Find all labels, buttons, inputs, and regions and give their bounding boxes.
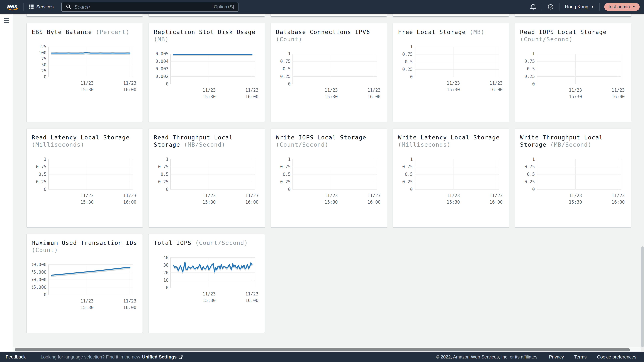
x-axis-tick-label: 15:30 <box>325 200 338 205</box>
bell-icon <box>530 3 537 10</box>
x-axis-tick-label: 11/23 <box>612 193 625 198</box>
vertical-scrollbar-thumb[interactable] <box>641 246 644 347</box>
y-axis-tick-label: 0 <box>44 74 46 79</box>
navbar-divider <box>24 3 24 10</box>
metric-chart-card[interactable]: Free Local Storage (MB)10.750.50.25011/2… <box>393 23 509 122</box>
help-icon: ? <box>547 3 554 10</box>
x-axis-tick-label: 15:30 <box>569 200 582 205</box>
y-axis-tick-label: 0.25 <box>524 74 535 79</box>
x-axis-tick-label: 11/23 <box>202 88 216 93</box>
scrollbar-corner <box>641 347 644 352</box>
metric-line-chart[interactable]: 125100755025011/2315:3011/2316:00 <box>32 45 138 94</box>
y-axis-tick-label: 0.5 <box>161 172 168 177</box>
search-placeholder: Search <box>74 4 213 10</box>
cookie-preferences-link[interactable]: Cookie preferences <box>597 355 636 360</box>
x-axis-tick-label: 11/23 <box>245 193 258 198</box>
x-axis-tick-label: 15:30 <box>569 94 582 99</box>
metric-line-chart[interactable]: 10.750.50.25011/2315:3011/2316:00 <box>32 158 138 206</box>
metric-chart-card[interactable]: Total IOPS (Count/Second)40302010011/231… <box>149 234 265 333</box>
clipped-card-bottom <box>27 14 142 16</box>
y-axis-tick-label: 0.5 <box>283 66 291 71</box>
y-axis-tick-label: 1 <box>288 158 291 162</box>
feedback-link[interactable]: Feedback <box>6 355 26 360</box>
notifications-button[interactable] <box>529 3 537 11</box>
x-axis-tick-label: 11/23 <box>447 193 460 198</box>
account-label: test-admin <box>608 4 630 9</box>
x-axis-tick-label: 11/23 <box>368 88 380 93</box>
chart-title-text: Write Latency Local Storage <box>398 134 500 141</box>
y-axis-tick-label: 30 <box>163 263 168 268</box>
x-axis-tick-label: 16:00 <box>612 200 625 205</box>
search-input[interactable]: Search [Option+S] <box>62 2 238 12</box>
metric-line-chart[interactable]: 10.750.50.25011/2315:3011/2316:00 <box>398 158 504 206</box>
y-axis-tick-label: 0.5 <box>405 172 413 177</box>
x-axis-tick-label: 15:30 <box>80 200 94 205</box>
x-axis-tick-label: 11/23 <box>447 81 460 86</box>
services-button[interactable]: Services <box>28 4 54 9</box>
account-menu-button[interactable]: test-admin ▼ <box>604 3 640 11</box>
metric-chart-card[interactable]: Database Connections IPV6 (Count)10.750.… <box>271 23 387 122</box>
help-button[interactable]: ? <box>547 3 554 11</box>
chart-title-text: Read Latency Local Storage <box>32 134 130 141</box>
y-axis-tick-label: 0.25 <box>280 74 291 79</box>
x-axis-tick-label: 11/23 <box>123 299 136 304</box>
monitoring-dashboard: EBS Byte Balance (Percent)12510075502501… <box>14 14 644 333</box>
metric-line-chart[interactable]: 10.750.50.25011/2315:3011/2316:00 <box>276 52 382 101</box>
metric-chart-card[interactable]: Write Latency Local Storage (Millisecond… <box>393 129 509 227</box>
metric-line-chart[interactable]: 100,00075,00050,00025,000011/2315:3011/2… <box>32 263 138 312</box>
navbar-left-group: aws Services <box>0 3 54 11</box>
external-link-icon <box>178 355 183 359</box>
x-axis-tick-label: 11/23 <box>490 81 502 86</box>
aws-logo[interactable]: aws <box>7 3 19 11</box>
x-axis-tick-label: 15:30 <box>80 305 94 310</box>
horizontal-scrollbar-track[interactable] <box>14 347 641 352</box>
chart-unit-text: (Count) <box>276 36 302 42</box>
metric-chart-card[interactable]: Read IOPS Local Storage (Count/Second)10… <box>515 23 631 122</box>
x-axis-tick-label: 16:00 <box>245 200 258 205</box>
unified-settings-link[interactable]: Unified Settings <box>142 355 183 360</box>
x-axis-tick-label: 11/23 <box>569 193 582 198</box>
terms-link[interactable]: Terms <box>574 355 587 360</box>
metric-line-chart[interactable]: 0.0050.0040.0030.002011/2315:3011/2316:0… <box>154 52 260 101</box>
metric-line-chart[interactable]: 10.750.50.25011/2315:3011/2316:00 <box>276 158 382 206</box>
x-axis-tick-label: 11/23 <box>245 292 258 297</box>
metric-line-chart[interactable]: 10.750.50.25011/2315:3011/2316:00 <box>520 158 626 206</box>
x-axis-tick-label: 15:30 <box>202 94 216 99</box>
metric-line-chart[interactable]: 10.750.50.25011/2315:3011/2316:00 <box>398 45 504 94</box>
y-axis-tick-label: 0 <box>288 81 291 86</box>
vertical-scrollbar-track[interactable] <box>641 14 644 352</box>
chart-title-text: Total IOPS <box>154 240 192 246</box>
metric-chart-card[interactable]: Replication Slot Disk Usage (MB)0.0050.0… <box>149 23 265 122</box>
chart-unit-text: (Milliseconds) <box>398 141 451 148</box>
chart-unit-text: (MB) <box>470 29 485 35</box>
metric-line-chart[interactable]: 40302010011/2315:3011/2316:00 <box>154 256 260 305</box>
privacy-link[interactable]: Privacy <box>549 355 564 360</box>
navbar-divider <box>599 3 600 10</box>
metric-chart-card[interactable]: EBS Byte Balance (Percent)12510075502501… <box>27 23 142 122</box>
metric-chart-card[interactable]: Read Throughput Local Storage (MB/Second… <box>149 129 265 227</box>
metric-line-chart[interactable]: 10.750.50.25011/2315:3011/2316:00 <box>154 158 260 206</box>
y-axis-tick-label: 0.75 <box>280 164 291 169</box>
y-axis-tick-label: 0 <box>410 74 413 79</box>
y-axis-tick-label: 0 <box>532 81 535 86</box>
metric-line-chart[interactable]: 10.750.50.25011/2315:3011/2316:00 <box>520 52 626 101</box>
metric-chart-card[interactable]: Read Latency Local Storage (Milliseconds… <box>27 129 142 227</box>
x-axis-tick-label: 16:00 <box>612 94 625 99</box>
chart-unit-text: (Count/Second) <box>520 36 573 42</box>
chart-area: 125100755025011/2315:3011/2316:00 <box>32 45 138 94</box>
y-axis-tick-label: 0 <box>44 187 46 192</box>
region-selector[interactable]: Hong Kong ▼ <box>564 4 594 9</box>
console-footer: Feedback Looking for language selection?… <box>0 352 644 362</box>
y-axis-tick-label: 0.5 <box>283 172 291 177</box>
navbar-divider <box>542 3 542 10</box>
chart-title: Read Latency Local Storage (Milliseconds… <box>32 134 138 148</box>
menu-toggle-button[interactable] <box>4 18 9 23</box>
footer-right-group: © 2022, Amazon Web Services, Inc. or its… <box>436 355 644 360</box>
metric-chart-card[interactable]: Write Throughput Local Storage (MB/Secon… <box>515 129 631 227</box>
metric-chart-card[interactable]: Write IOPS Local Storage (Count/Second)1… <box>271 129 387 227</box>
horizontal-scrollbar-thumb[interactable] <box>15 348 630 352</box>
metric-chart-card[interactable]: Maximum Used Transaction IDs (Count)100,… <box>27 234 142 333</box>
x-axis-tick-label: 11/23 <box>80 193 94 198</box>
x-axis-tick-label: 16:00 <box>245 94 258 99</box>
x-axis-tick-label: 11/23 <box>325 88 338 93</box>
